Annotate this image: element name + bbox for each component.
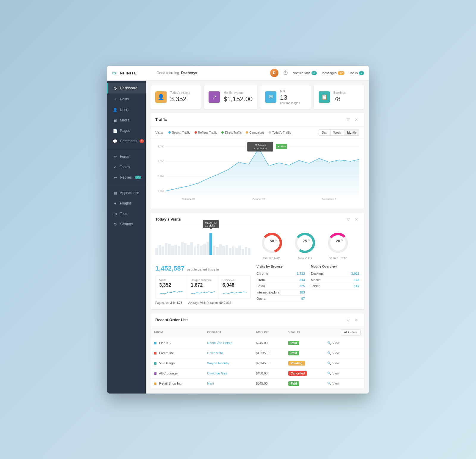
svg-text:▲ 48%: ▲ 48%	[277, 145, 286, 148]
legend-search-label: Search Traffic	[172, 131, 190, 134]
sidebar-item-topics[interactable]: ✓ Topics	[107, 162, 146, 172]
order-5-dot	[154, 382, 156, 385]
time-btn-week[interactable]: Week	[331, 130, 344, 135]
order-5-contact-link[interactable]: Nani	[207, 382, 214, 385]
order-4-view-link[interactable]: 🔍 View	[327, 371, 361, 375]
time-btn-day[interactable]: Day	[319, 130, 331, 135]
sidebar-item-dashboard[interactable]: ⊙ Dashboard	[107, 83, 146, 93]
order-3-contact-link[interactable]: Wayne Rooney	[207, 361, 229, 365]
bar-6	[171, 246, 174, 255]
main-layout: ⊙ Dashboard ＋ Posts 👤 Users ▣ Media 📄 Pa…	[107, 81, 369, 394]
orders-filter-button[interactable]: ▽	[345, 317, 351, 323]
order-4-from: ABC Lounge	[151, 368, 203, 378]
donut-charts-section: 58 % Bounce Rate 75 %	[250, 231, 359, 260]
bookings-icon: 📋	[319, 91, 330, 103]
bar-26	[235, 248, 238, 255]
time-btn-month[interactable]: Month	[344, 130, 359, 135]
big-number-sub: people visited this site	[187, 268, 219, 271]
tasks-button[interactable]: Tasks 7	[349, 71, 364, 75]
power-icon[interactable]: ⏻	[283, 70, 288, 76]
donut-bounce-rate: 58 % Bounce Rate	[260, 231, 284, 260]
chrome-label: Chrome	[256, 272, 268, 275]
order-1-contact-link[interactable]: Robin Van Persie	[207, 341, 232, 345]
order-4-amount: $450.00	[252, 368, 285, 378]
comments-badge: 7	[140, 139, 144, 143]
sidebar-item-tools[interactable]: ⊞ Tools	[107, 209, 146, 219]
sidebar-item-users[interactable]: 👤 Users	[107, 105, 146, 115]
browser-row-opera: Opera 97	[256, 296, 305, 302]
order-2-view: 🔍 View	[324, 348, 364, 358]
unique-stat-label: Unique Visitors	[191, 279, 215, 282]
traffic-widget: Traffic ▽ ✕ Visits Search Traffic Reffer…	[151, 113, 364, 209]
col-status: Status	[285, 327, 324, 338]
replies-icon: ↩	[113, 175, 118, 180]
visitors-value: 3,352	[170, 95, 190, 103]
order-3-amount: $2,245.00	[252, 358, 285, 368]
unique-sparkline	[191, 290, 215, 296]
traffic-title: Traffic	[155, 117, 167, 122]
traffic-filter-button[interactable]: ▽	[345, 117, 351, 123]
appearance-icon: ▦	[113, 191, 118, 195]
mobile-title: Mobile Overview	[311, 265, 359, 268]
svg-point-10	[178, 187, 179, 189]
bar-11	[187, 245, 190, 255]
sidebar-label-plugins: Plugins	[120, 201, 131, 205]
stat-card-bookings: 📋 Bookings 78	[314, 85, 364, 109]
browser-row-chrome: Chrome 1,712	[256, 271, 305, 277]
logo-icon: ∞	[112, 70, 116, 76]
order-1-amount: $245.00	[252, 338, 285, 348]
todays-visits-filter-button[interactable]: ▽	[345, 216, 351, 222]
mobile-table: Mobile Overview Desktop 3,021 Mobile 163…	[311, 265, 359, 305]
sidebar-item-pages[interactable]: 📄 Pages	[107, 126, 146, 136]
sidebar-label-dashboard: Dashboard	[120, 86, 137, 90]
previews-stat-value: 6,048	[223, 282, 247, 288]
notifications-button[interactable]: Notifications 3	[293, 71, 317, 75]
orders-close-button[interactable]: ✕	[353, 317, 359, 323]
mini-stats-row: Visits 3,352 Unique Visitors 1,672	[155, 275, 250, 299]
messages-badge: 12	[338, 71, 345, 75]
bar-1	[155, 248, 158, 255]
comments-icon: 💬	[113, 139, 118, 143]
donut-bounce-svg: 58 %	[260, 231, 284, 255]
bar-4	[165, 243, 167, 255]
todays-visits-close-button[interactable]: ✕	[353, 216, 359, 222]
legend-search: Search Traffic	[168, 131, 190, 134]
order-5-view-link[interactable]: 🔍 View	[327, 382, 361, 385]
todays-visits-title: Today's Visits	[155, 217, 181, 221]
bar-tooltip: 01:00 PM 12 visits	[203, 220, 219, 228]
sidebar-item-posts[interactable]: ＋ Posts	[107, 93, 146, 105]
bar-22	[222, 246, 225, 255]
all-orders-button[interactable]: All Orders	[341, 329, 361, 335]
sidebar-item-replies[interactable]: ↩ Replies 11	[107, 172, 146, 183]
visits-label: Visits	[155, 131, 163, 134]
sidebar-item-appearance[interactable]: ▦ Appearance	[107, 188, 146, 198]
bar-chart-section: 01:00 PM 12 visits	[155, 231, 250, 260]
sidebar-item-plugins[interactable]: ♥ Plugins	[107, 198, 146, 209]
order-4-status-badge: Cancelled	[288, 371, 307, 376]
order-4-view: 🔍 View	[324, 368, 364, 378]
sidebar-item-comments[interactable]: 💬 Comments 7	[107, 136, 146, 146]
order-2-view-link[interactable]: 🔍 View	[327, 351, 361, 355]
order-2-dot	[154, 352, 156, 355]
todays-visits-actions: ▽ ✕	[345, 216, 359, 222]
revenue-icon: ↗	[209, 91, 220, 103]
sidebar-label-appearance: Appearance	[120, 191, 139, 195]
bar-10	[184, 243, 187, 255]
order-2-contact-link[interactable]: Chicharrito	[207, 351, 223, 355]
orders-title: Recent Order List	[155, 318, 188, 322]
order-1-view-link[interactable]: 🔍 View	[327, 341, 361, 345]
previews-sparkline	[223, 290, 247, 296]
sidebar-item-settings[interactable]: ⚙ Settings	[107, 219, 146, 230]
traffic-close-button[interactable]: ✕	[353, 117, 359, 123]
messages-button[interactable]: Messages 12	[322, 71, 345, 75]
order-3-view-link[interactable]: 🔍 View	[327, 361, 361, 365]
sidebar-item-forum[interactable]: ✏ Forum	[107, 152, 146, 162]
svg-text:%: %	[275, 239, 277, 241]
sidebar-item-media[interactable]: ▣ Media	[107, 115, 146, 126]
bar-9	[181, 242, 184, 255]
mail-icon: ✉	[265, 91, 276, 103]
col-contact: Contact	[203, 327, 252, 338]
bar-16	[203, 244, 206, 255]
svg-point-14	[268, 165, 270, 166]
order-4-contact-link[interactable]: David de Gea	[207, 371, 227, 375]
